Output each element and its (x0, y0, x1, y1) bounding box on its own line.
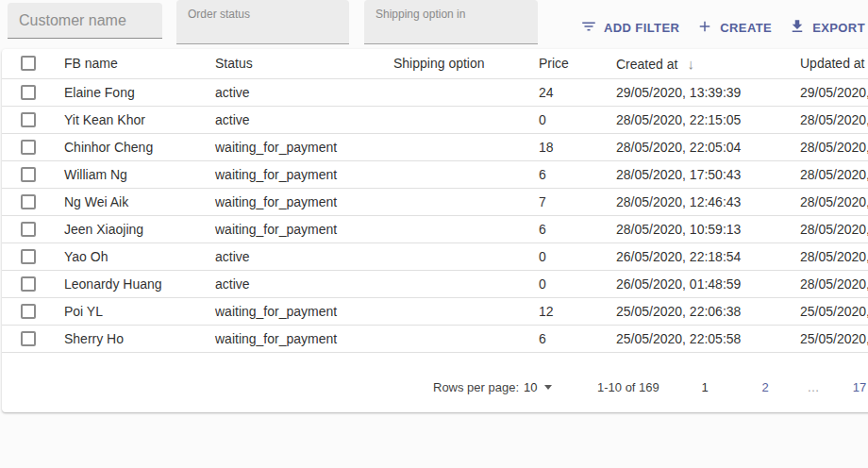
cell-updated-at: 25/05/2020, 2 (789, 297, 868, 325)
customer-name-filter[interactable] (8, 3, 162, 39)
customer-name-input[interactable] (8, 3, 162, 38)
table-row[interactable]: Jeen Xiaojing waiting_for_payment 6 28/0… (2, 215, 868, 242)
column-header-created-at[interactable]: Created at↓ (605, 49, 789, 78)
order-status-label: Order status (188, 8, 250, 21)
add-filter-label: ADD FILTER (604, 21, 679, 35)
table-row[interactable]: Yao Oh active 0 26/05/2020, 22:18:54 28/… (2, 242, 868, 270)
row-checkbox[interactable] (21, 276, 36, 292)
page-button[interactable]: 1 (691, 373, 719, 401)
cell-fb-name: Poi YL (53, 297, 204, 325)
pagination-bar: Rows per page: 10 1-10 of 169 12…17 (2, 362, 868, 411)
cell-status: waiting_for_payment (204, 215, 382, 242)
plus-icon (696, 18, 713, 38)
select-all-checkbox[interactable] (21, 56, 36, 71)
table-row[interactable]: Elaine Fong active 24 29/05/2020, 13:39:… (2, 78, 868, 106)
cell-created-at: 25/05/2020, 22:05:58 (605, 325, 789, 352)
cell-fb-name: Yit Kean Khor (53, 106, 204, 133)
add-filter-button[interactable]: ADD FILTER (572, 12, 688, 43)
filter-bar: Order status Shipping option in ADD FILT… (0, 0, 868, 45)
pagination-ellipsis: … (799, 373, 827, 401)
cell-status: waiting_for_payment (204, 325, 382, 352)
cell-fb-name: Jeen Xiaojing (53, 215, 204, 242)
cell-created-at: 28/05/2020, 17:50:43 (605, 160, 789, 188)
cell-price: 24 (527, 78, 605, 106)
page-button[interactable]: 17 (845, 373, 868, 401)
cell-shipping-option (382, 133, 527, 160)
export-label: EXPORT (812, 21, 865, 35)
cell-shipping-option (382, 188, 527, 215)
cell-status: waiting_for_payment (204, 133, 382, 160)
cell-status: active (204, 242, 382, 270)
chevron-down-icon (544, 385, 552, 390)
filter-icon (580, 18, 597, 38)
row-checkbox[interactable] (21, 194, 36, 209)
column-header-shipping-option[interactable]: Shipping option (382, 49, 527, 78)
table-body: Elaine Fong active 24 29/05/2020, 13:39:… (2, 78, 868, 352)
rows-per-page-value: 10 (524, 380, 537, 394)
row-checkbox[interactable] (21, 304, 36, 319)
cell-created-at: 26/05/2020, 22:18:54 (605, 242, 789, 270)
cell-price: 6 (527, 160, 605, 188)
row-checkbox[interactable] (21, 249, 36, 264)
table-row[interactable]: Sherry Ho waiting_for_payment 6 25/05/20… (2, 325, 868, 352)
cell-status: waiting_for_payment (204, 188, 382, 215)
cell-fb-name: Ng Wei Aik (53, 188, 204, 215)
row-checkbox[interactable] (21, 112, 36, 127)
orders-table: FB name Status Shipping option Price Cre… (2, 49, 868, 353)
rows-per-page-label: Rows per page: (433, 362, 519, 411)
create-button[interactable]: CREATE (688, 12, 780, 43)
cell-status: waiting_for_payment (204, 160, 382, 188)
cell-created-at: 29/05/2020, 13:39:39 (605, 78, 789, 106)
cell-fb-name: Yao Oh (53, 242, 204, 270)
cell-updated-at: 25/05/2020, 2 (789, 325, 868, 352)
cell-updated-at: 28/05/2020, 2 (789, 270, 868, 297)
row-checkbox[interactable] (21, 167, 36, 182)
table-row[interactable]: Chinhor Cheng waiting_for_payment 18 28/… (2, 133, 868, 160)
cell-created-at: 25/05/2020, 22:06:38 (605, 297, 789, 325)
cell-created-at: 28/05/2020, 12:46:43 (605, 188, 789, 215)
row-checkbox[interactable] (21, 331, 36, 346)
cell-shipping-option (382, 215, 527, 242)
cell-status: waiting_for_payment (204, 297, 382, 325)
cell-fb-name: Elaine Fong (53, 78, 204, 106)
column-header-fb-name[interactable]: FB name (53, 49, 204, 78)
order-status-filter[interactable]: Order status (176, 0, 349, 44)
cell-updated-at: 29/05/2020, 1 (789, 78, 868, 106)
table-header-row: FB name Status Shipping option Price Cre… (2, 49, 868, 78)
cell-price: 6 (527, 325, 605, 352)
pagination-range: 1-10 of 169 (597, 362, 659, 411)
column-header-price[interactable]: Price (527, 49, 605, 78)
row-checkbox[interactable] (21, 140, 36, 155)
cell-price: 18 (527, 133, 605, 160)
download-icon (789, 18, 806, 38)
cell-fb-name: Chinhor Cheng (53, 133, 204, 160)
cell-price: 7 (527, 188, 605, 215)
shipping-option-filter[interactable]: Shipping option in (364, 0, 538, 44)
table-row[interactable]: William Ng waiting_for_payment 6 28/05/2… (2, 160, 868, 188)
table-row[interactable]: Poi YL waiting_for_payment 12 25/05/2020… (2, 297, 868, 325)
export-button[interactable]: EXPORT (780, 12, 868, 43)
row-checkbox[interactable] (21, 222, 36, 237)
rows-per-page-select[interactable]: 10 (524, 362, 552, 411)
cell-shipping-option (382, 325, 527, 352)
orders-list-card: FB name Status Shipping option Price Cre… (2, 49, 868, 412)
cell-price: 6 (527, 215, 605, 242)
create-label: CREATE (720, 21, 772, 35)
table-row[interactable]: Leonardy Huang active 0 26/05/2020, 01:4… (2, 270, 868, 297)
cell-status: active (204, 78, 382, 106)
column-header-status[interactable]: Status (204, 49, 382, 78)
cell-price: 0 (527, 270, 605, 297)
page-button[interactable]: 2 (751, 373, 779, 401)
cell-created-at: 26/05/2020, 01:48:59 (605, 270, 789, 297)
cell-updated-at: 28/05/2020, 2 (789, 242, 868, 270)
cell-fb-name: Sherry Ho (53, 325, 204, 352)
cell-price: 0 (527, 106, 605, 133)
cell-shipping-option (382, 242, 527, 270)
column-header-updated-at[interactable]: Updated at (789, 49, 868, 78)
cell-created-at: 28/05/2020, 22:15:05 (605, 106, 789, 133)
row-checkbox[interactable] (21, 85, 36, 100)
table-row[interactable]: Ng Wei Aik waiting_for_payment 7 28/05/2… (2, 188, 868, 215)
cell-fb-name: Leonardy Huang (53, 270, 204, 297)
table-row[interactable]: Yit Kean Khor active 0 28/05/2020, 22:15… (2, 106, 868, 133)
cell-updated-at: 28/05/2020, 1 (789, 188, 868, 215)
